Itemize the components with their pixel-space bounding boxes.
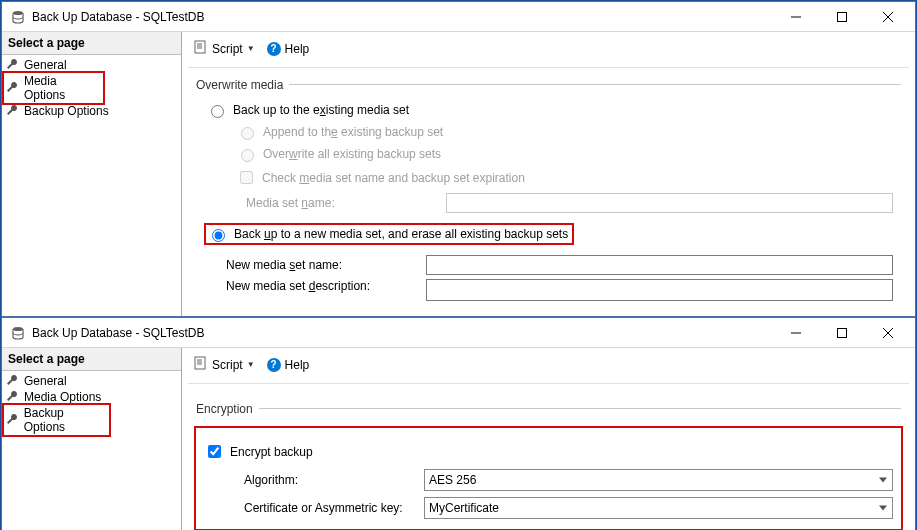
sidebar-item-media-options[interactable]: Media Options bbox=[4, 389, 179, 405]
backup-new-media-radio[interactable]: Back up to a new media set, and erase al… bbox=[206, 225, 572, 243]
close-button[interactable] bbox=[865, 2, 911, 32]
sidebar-item-backup-options[interactable]: Backup Options bbox=[4, 103, 179, 119]
encryption-section: Encrypt backup Algorithm: AES 256 Cert bbox=[196, 428, 901, 529]
radio-input bbox=[241, 149, 254, 162]
sidebar-item-label: Media Options bbox=[24, 74, 101, 102]
checkbox-label: Encrypt backup bbox=[230, 445, 313, 459]
database-icon bbox=[10, 325, 26, 341]
media-set-name-label: Media set name: bbox=[246, 196, 446, 210]
new-media-set-desc-input[interactable] bbox=[426, 279, 893, 301]
append-existing-radio: Append to the existing backup set bbox=[236, 124, 901, 140]
svg-point-0 bbox=[13, 11, 23, 15]
new-media-set-name-input[interactable] bbox=[426, 255, 893, 275]
checkbox-label: Check media set name and backup set expi… bbox=[262, 171, 525, 185]
maximize-button[interactable] bbox=[819, 2, 865, 32]
wrench-icon bbox=[6, 374, 20, 388]
close-button[interactable] bbox=[865, 318, 911, 348]
svg-rect-14 bbox=[195, 357, 205, 369]
radio-label: Overwrite all existing backup sets bbox=[263, 147, 441, 161]
help-label: Help bbox=[285, 358, 310, 372]
svg-rect-5 bbox=[195, 41, 205, 53]
svg-rect-11 bbox=[838, 328, 847, 337]
certificate-select[interactable]: MyCertificate bbox=[424, 497, 893, 519]
algorithm-select[interactable]: AES 256 bbox=[424, 469, 893, 491]
wrench-icon bbox=[6, 413, 20, 427]
help-button[interactable]: ? Help bbox=[263, 356, 314, 374]
encrypt-backup-checkbox[interactable]: Encrypt backup bbox=[204, 442, 893, 461]
checkbox-input[interactable] bbox=[208, 445, 221, 458]
checkbox-input bbox=[240, 171, 253, 184]
sidebar-item-media-options[interactable]: Media Options bbox=[4, 73, 103, 103]
help-button[interactable]: ? Help bbox=[263, 40, 314, 58]
encryption-group: Encryption bbox=[196, 402, 259, 422]
select-page-header: Select a page bbox=[2, 32, 181, 55]
backup-existing-media-radio[interactable]: Back up to the existing media set bbox=[206, 102, 901, 118]
script-icon bbox=[194, 40, 208, 57]
script-button[interactable]: Script ▼ bbox=[190, 354, 259, 375]
maximize-button[interactable] bbox=[819, 318, 865, 348]
sidebar-item-label: General bbox=[24, 58, 67, 72]
new-media-set-name-label: New media set name: bbox=[196, 258, 426, 272]
help-label: Help bbox=[285, 42, 310, 56]
select-page-header: Select a page bbox=[2, 348, 181, 371]
certificate-label: Certificate or Asymmetric key: bbox=[204, 501, 424, 515]
wrench-icon bbox=[6, 81, 20, 95]
chevron-down-icon: ▼ bbox=[247, 360, 255, 369]
window-title: Back Up Database - SQLTestDB bbox=[32, 10, 773, 24]
radio-input[interactable] bbox=[212, 229, 225, 242]
svg-point-9 bbox=[13, 327, 23, 331]
radio-label: Back up to the existing media set bbox=[233, 103, 409, 117]
wrench-icon bbox=[6, 104, 20, 118]
sidebar-item-label: General bbox=[24, 374, 67, 388]
overwrite-existing-radio: Overwrite all existing backup sets bbox=[236, 146, 901, 162]
wrench-icon bbox=[6, 58, 20, 72]
radio-input bbox=[241, 127, 254, 140]
sidebar-item-general[interactable]: General bbox=[4, 373, 179, 389]
minimize-button[interactable] bbox=[773, 318, 819, 348]
help-icon: ? bbox=[267, 42, 281, 56]
help-icon: ? bbox=[267, 358, 281, 372]
check-media-name-checkbox: Check media set name and backup set expi… bbox=[236, 168, 901, 187]
database-icon bbox=[10, 9, 26, 25]
script-label: Script bbox=[212, 42, 243, 56]
media-set-name-input bbox=[446, 193, 893, 213]
radio-input[interactable] bbox=[211, 105, 224, 118]
script-button[interactable]: Script ▼ bbox=[190, 38, 259, 59]
chevron-down-icon: ▼ bbox=[247, 44, 255, 53]
new-media-set-desc-label: New media set description: bbox=[196, 279, 426, 293]
overwrite-media-group: Overwrite media bbox=[196, 78, 289, 98]
radio-label: Back up to a new media set, and erase al… bbox=[234, 227, 568, 241]
sidebar-item-label: Backup Options bbox=[24, 104, 109, 118]
wrench-icon bbox=[6, 390, 20, 404]
script-icon bbox=[194, 356, 208, 373]
sidebar-item-label: Media Options bbox=[24, 390, 101, 404]
sidebar-item-label: Backup Options bbox=[24, 406, 107, 434]
radio-label: Append to the existing backup set bbox=[263, 125, 443, 139]
minimize-button[interactable] bbox=[773, 2, 819, 32]
svg-rect-2 bbox=[838, 12, 847, 21]
script-label: Script bbox=[212, 358, 243, 372]
window-title: Back Up Database - SQLTestDB bbox=[32, 326, 773, 340]
sidebar-item-backup-options[interactable]: Backup Options bbox=[4, 405, 109, 435]
sidebar-item-general[interactable]: General bbox=[4, 57, 179, 73]
algorithm-label: Algorithm: bbox=[204, 473, 424, 487]
